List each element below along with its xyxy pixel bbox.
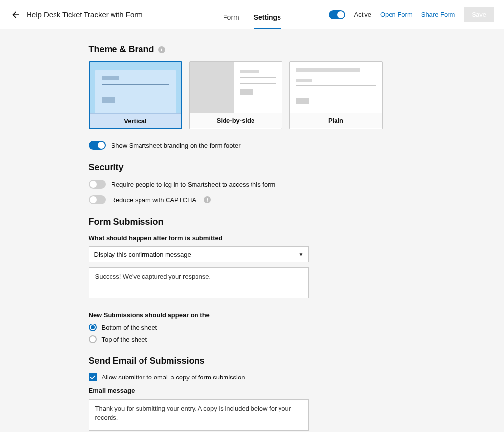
radio-bottom[interactable] bbox=[89, 324, 97, 331]
radio-bottom-row: Bottom of the sheet bbox=[89, 324, 416, 331]
login-toggle-label: Require people to log in to Smartsheet t… bbox=[112, 181, 276, 188]
allow-email-row: Allow submitter to email a copy of form … bbox=[89, 373, 416, 381]
theme-preview-plain bbox=[290, 62, 382, 113]
tab-settings[interactable]: Settings bbox=[254, 0, 281, 29]
new-submissions-label: New Submissions should appear on the bbox=[89, 311, 416, 319]
save-button[interactable]: Save bbox=[464, 7, 494, 22]
theme-preview-sidebyside bbox=[190, 62, 282, 113]
theme-heading: Theme & Brand i bbox=[89, 44, 416, 54]
captcha-toggle-label: Reduce spam with CAPTCHA bbox=[112, 196, 196, 204]
share-form-link[interactable]: Share Form bbox=[421, 11, 455, 18]
captcha-toggle[interactable] bbox=[89, 195, 106, 204]
theme-heading-text: Theme & Brand bbox=[89, 44, 154, 54]
form-submission-heading: Form Submission bbox=[89, 217, 416, 227]
branding-toggle[interactable] bbox=[89, 141, 106, 150]
radio-bottom-label: Bottom of the sheet bbox=[102, 324, 157, 331]
captcha-toggle-row: Reduce spam with CAPTCHA i bbox=[89, 195, 416, 204]
theme-option-plain[interactable]: Plain bbox=[289, 61, 383, 129]
active-label: Active bbox=[354, 11, 371, 18]
email-heading-text: Send Email of Submissions bbox=[89, 356, 205, 366]
form-submission-section: Form Submission What should happen after… bbox=[89, 217, 416, 343]
active-toggle[interactable] bbox=[329, 10, 345, 19]
info-icon[interactable]: i bbox=[204, 196, 211, 203]
chevron-down-icon: ▼ bbox=[299, 252, 304, 257]
theme-option-sidebyside[interactable]: Side-by-side bbox=[189, 61, 282, 129]
theme-caption: Vertical bbox=[90, 113, 181, 128]
theme-preview-vertical bbox=[90, 62, 181, 113]
email-message-label: Email message bbox=[89, 387, 416, 394]
tabs: Form Settings bbox=[223, 0, 281, 29]
after-submit-label: What should happen after form is submitt… bbox=[89, 234, 416, 242]
allow-email-label: Allow submitter to email a copy of form … bbox=[102, 374, 245, 381]
back-arrow-icon[interactable] bbox=[10, 9, 22, 21]
info-icon[interactable]: i bbox=[158, 46, 165, 53]
security-heading: Security bbox=[89, 162, 416, 173]
allow-email-checkbox[interactable] bbox=[89, 373, 97, 381]
login-toggle-row: Require people to log in to Smartsheet t… bbox=[89, 180, 416, 189]
branding-toggle-row: Show Smartsheet branding on the form foo… bbox=[89, 141, 416, 150]
security-heading-text: Security bbox=[89, 162, 124, 173]
open-form-link[interactable]: Open Form bbox=[380, 11, 413, 18]
theme-caption: Side-by-side bbox=[190, 113, 282, 128]
header-actions: Active Open Form Share Form Save bbox=[329, 7, 494, 22]
theme-caption: Plain bbox=[290, 113, 382, 128]
after-submit-selected: Display this confirmation message bbox=[94, 251, 191, 258]
radio-top-label: Top of the sheet bbox=[102, 336, 147, 343]
after-submit-select[interactable]: Display this confirmation message ▼ bbox=[89, 246, 309, 262]
theme-option-vertical[interactable]: Vertical bbox=[89, 61, 182, 129]
header-bar: Help Desk Ticket Tracker with Form Form … bbox=[0, 0, 504, 29]
theme-options: Vertical Side-by-side Plain bbox=[89, 61, 416, 129]
branding-toggle-label: Show Smartsheet branding on the form foo… bbox=[112, 142, 241, 149]
security-section: Security Require people to log in to Sma… bbox=[89, 162, 416, 204]
email-heading: Send Email of Submissions bbox=[89, 356, 416, 366]
login-toggle[interactable] bbox=[89, 180, 106, 189]
email-message-input[interactable] bbox=[89, 399, 309, 431]
radio-top[interactable] bbox=[89, 335, 97, 343]
tab-form[interactable]: Form bbox=[223, 0, 239, 29]
radio-top-row: Top of the sheet bbox=[89, 335, 416, 343]
content-area: Theme & Brand i Vertical bbox=[89, 29, 416, 432]
confirmation-message-input[interactable] bbox=[89, 267, 309, 298]
email-section: Send Email of Submissions Allow submitte… bbox=[89, 356, 416, 432]
form-submission-heading-text: Form Submission bbox=[89, 217, 164, 227]
page-title: Help Desk Ticket Tracker with Form bbox=[27, 10, 143, 19]
